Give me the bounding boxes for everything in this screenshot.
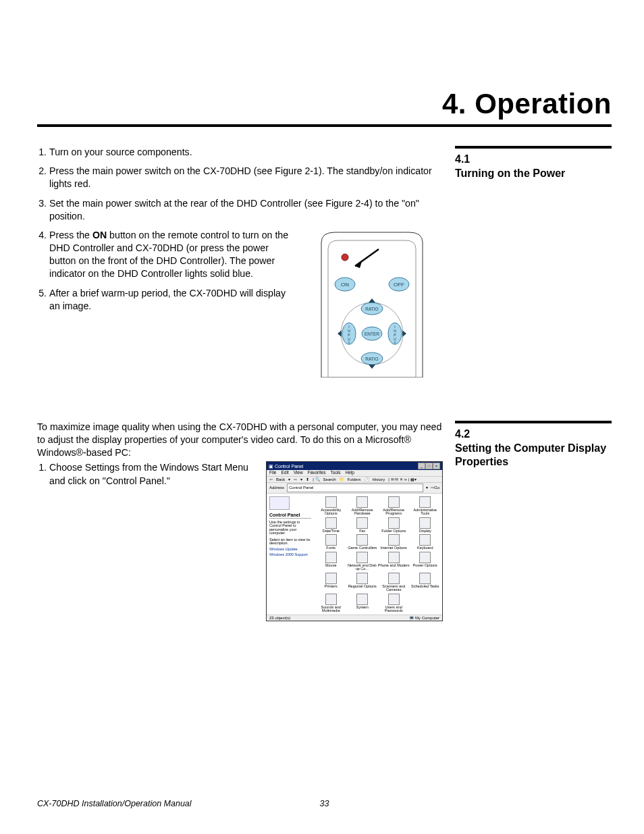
menu-favorites[interactable]: Favorites: [308, 471, 326, 475]
step-41-5: After a brief warm-up period, the CX-70D…: [49, 287, 290, 313]
cp-item[interactable]: System: [347, 594, 379, 613]
address-input[interactable]: [287, 484, 423, 492]
cp-item-icon: [325, 517, 337, 529]
cp-item-label: Network and Dial-up Co…: [347, 564, 379, 571]
page-footer: CX-70DHD Installation/Operation Manual 3…: [37, 799, 612, 808]
back-icon[interactable]: ⇦: [269, 477, 273, 481]
cp-icon-grid: Accessibility OptionsAdd/Remove Hardware…: [314, 494, 442, 615]
cp-item-icon: [356, 534, 368, 546]
step4-on-bold: ON: [92, 230, 107, 240]
cp-item-label: Administrative Tools: [410, 509, 441, 516]
cp-item[interactable]: Display: [410, 517, 441, 533]
cp-item-label: Fax: [347, 529, 379, 533]
cp-statusbar: 23 object(s) 💻 My Computer: [267, 615, 442, 621]
cp-item-icon: [356, 496, 368, 508]
cp-item[interactable]: Add/Remove Programs: [378, 496, 410, 516]
cp-side-desc: Use the settings in Control Panel to per…: [269, 521, 311, 536]
cp-item[interactable]: Internet Options: [378, 534, 410, 550]
cp-item-label: Fonts: [315, 546, 347, 550]
cp-titlebar: ▣ Control Panel _ □ ×: [267, 462, 442, 470]
cp-item-label: Mouse: [315, 564, 347, 568]
cp-item[interactable]: Fax: [347, 517, 379, 533]
remote-illustration: ON OFF RATIO RATIO I N P: [308, 229, 436, 377]
status-count: 23 object(s): [269, 616, 290, 620]
cp-item[interactable]: Date/Time: [315, 517, 347, 533]
cp-toolbar: ⇦Back ▾ ⇨▾ ⬆ | 🔍Search 📁Folders 🕑History…: [267, 477, 442, 483]
cp-item[interactable]: Power Options: [410, 552, 441, 571]
cp-item-icon: [356, 594, 368, 605]
cp-item-label: Regional Options: [347, 585, 379, 589]
svg-text:T: T: [348, 341, 350, 345]
toolbar-back[interactable]: Back: [276, 477, 285, 481]
cp-item[interactable]: Phone and Modem …: [378, 552, 410, 571]
menu-tools[interactable]: Tools: [330, 471, 340, 475]
section-41-rule: [455, 146, 612, 149]
cp-item-label: Add/Remove Hardware: [347, 509, 379, 516]
cp-item-label: Display: [410, 529, 441, 533]
cp-item-label: Game Controllers: [347, 546, 379, 550]
cp-side-select: Select an item to view its description.: [269, 538, 311, 546]
section-42-rule: [455, 421, 612, 423]
step-41-3: Set the main power switch at the rear of…: [49, 197, 443, 223]
toolbar-history[interactable]: History: [373, 477, 385, 481]
cp-item[interactable]: Network and Dial-up Co…: [347, 552, 379, 571]
cp-item[interactable]: Regional Options: [347, 573, 379, 592]
menu-edit[interactable]: Edit: [281, 471, 288, 475]
cp-item-icon: [388, 573, 400, 584]
cp-item-icon: [356, 517, 368, 529]
remote-off-button: OFF: [394, 282, 404, 288]
forward-icon[interactable]: ⇨: [294, 477, 297, 481]
cp-item-label: Sounds and Multimedia: [315, 606, 347, 613]
cp-item[interactable]: Administrative Tools: [410, 496, 441, 516]
link-windows-update[interactable]: Windows Update: [269, 548, 311, 552]
menu-help[interactable]: Help: [346, 471, 354, 475]
cp-item[interactable]: Scheduled Tasks: [410, 573, 441, 592]
cp-item[interactable]: Printers: [315, 573, 347, 592]
cp-item-label: Date/Time: [315, 529, 347, 533]
svg-text:T: T: [394, 341, 396, 345]
address-label: Address: [269, 486, 284, 490]
cp-title-text: Control Panel: [275, 464, 303, 469]
toolbar-folders[interactable]: Folders: [348, 477, 361, 481]
cp-item[interactable]: Fonts: [315, 534, 347, 550]
cp-item[interactable]: Sounds and Multimedia: [315, 594, 347, 613]
toolbar-search[interactable]: Search: [323, 477, 336, 481]
steps-42: Choose Settings from the Windows Start M…: [37, 461, 255, 487]
menu-file[interactable]: File: [269, 471, 276, 475]
status-location: My Computer: [415, 616, 439, 620]
cp-item[interactable]: Accessibility Options: [315, 496, 347, 516]
cp-item-icon: [325, 534, 337, 546]
cp-item-icon: [388, 552, 400, 563]
cp-item-icon: [419, 517, 431, 529]
up-icon[interactable]: ⬆: [306, 477, 309, 481]
cp-item[interactable]: Game Controllers: [347, 534, 379, 550]
step-41-2: Press the main power switch on the CX-70…: [49, 165, 443, 190]
cp-menubar: File Edit View Favorites Tools Help: [267, 470, 442, 477]
link-win2000-support[interactable]: Windows 2000 Support: [269, 553, 311, 557]
section-42-intro: To maximize image quality when using the…: [37, 421, 443, 460]
maximize-icon[interactable]: □: [425, 463, 433, 469]
cp-item[interactable]: Folder Options: [378, 517, 410, 533]
cp-item[interactable]: Keyboard: [410, 534, 441, 550]
close-icon[interactable]: ×: [433, 463, 440, 469]
cp-item-icon: [388, 517, 400, 529]
go-button[interactable]: ⇨Go: [431, 486, 439, 490]
steps-41: Turn on your source components. Press th…: [37, 146, 443, 223]
menu-view[interactable]: View: [294, 471, 303, 475]
step-42-1: Choose Settings from the Windows Start M…: [49, 461, 255, 487]
cp-item[interactable]: Mouse: [315, 552, 347, 571]
cp-item[interactable]: Add/Remove Hardware: [347, 496, 379, 516]
section-41-title: Turning on the Power: [455, 167, 612, 181]
svg-point-0: [342, 254, 348, 261]
cp-item[interactable]: Scanners and Cameras: [378, 573, 410, 592]
cp-item-icon: [419, 534, 431, 546]
step4-prefix: Press the: [49, 230, 92, 240]
cp-item-label: Phone and Modem …: [378, 564, 410, 571]
minimize-icon[interactable]: _: [418, 463, 425, 469]
cp-item-icon: [388, 594, 400, 605]
cp-item-label: Add/Remove Programs: [378, 509, 410, 516]
step-41-1: Turn on your source components.: [49, 146, 443, 159]
cp-item-icon: [325, 573, 337, 584]
cp-item[interactable]: Users and Passwords: [378, 594, 410, 613]
control-panel-window: ▣ Control Panel _ □ × File Edit View Fav: [266, 461, 443, 621]
